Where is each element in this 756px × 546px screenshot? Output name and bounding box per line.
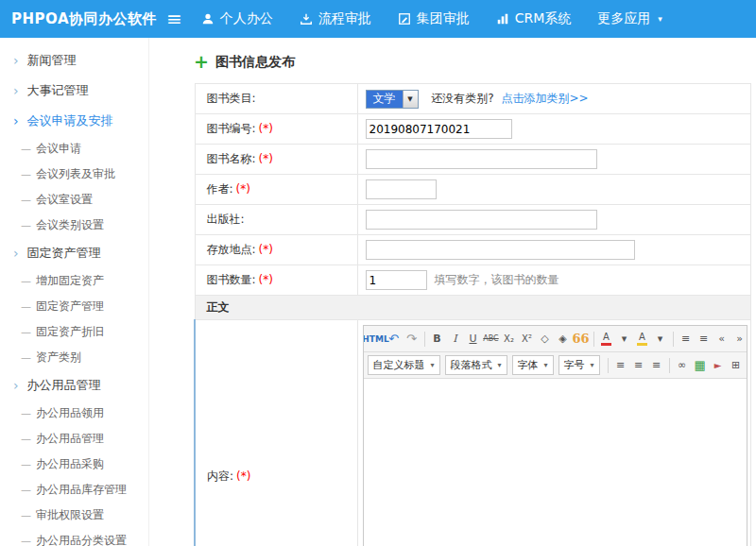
sidebar-item-meeting-apply[interactable]: —会议申请 (0, 136, 148, 162)
chevron-right-icon: › (13, 379, 19, 392)
sidebar-item-supplies-inventory[interactable]: —办公用品库存管理 (0, 477, 148, 503)
sidebar-item-add-fixed-asset[interactable]: —增加固定资产 (0, 268, 148, 294)
add-category-link[interactable]: 点击添加类别>> (502, 92, 589, 105)
author-input[interactable] (366, 179, 437, 199)
table-icon[interactable]: ⊞ (728, 356, 745, 375)
format-brush-icon[interactable]: ◈ (555, 330, 572, 349)
sidebar-item-supplies-requisition[interactable]: —办公用品领用 (0, 401, 148, 426)
outdent-icon[interactable]: « (713, 330, 730, 349)
editor-toolbar-row2: 自定义标题▾ 段落格式▾ 字体▾ 字号▾ ≡ ≡ ≡ ∞ ▦ ► (364, 352, 747, 379)
form-row-content: 内容:(*) HTML ↶ ↷ B I U ABC X₂ (195, 320, 751, 546)
sidebar-item-supplies-category[interactable]: —办公用品分类设置 (0, 528, 148, 546)
hilite-color-icon[interactable]: A (634, 330, 651, 349)
sidebar-item-fixed-asset-manage[interactable]: —固定资产管理 (0, 294, 148, 319)
unordered-list-icon[interactable]: ≡ (678, 330, 695, 349)
hilite-color-caret-icon[interactable]: ▾ (652, 330, 669, 349)
publisher-input[interactable] (366, 210, 597, 230)
dropdown-label: 自定义标题 (373, 358, 425, 372)
hamburger-menu-icon[interactable]: ≡ (166, 9, 182, 28)
sidebar-item-supplies-purchase[interactable]: —办公用品采购 (0, 452, 148, 477)
font-family-dropdown[interactable]: 字体▾ (512, 355, 554, 375)
sidebar-item-approval-permission[interactable]: —审批权限设置 (0, 503, 148, 528)
dash-prefix: — (21, 351, 31, 364)
field-label: 图书类目: (207, 92, 256, 105)
paragraph-format-dropdown[interactable]: 段落格式▾ (445, 355, 507, 375)
italic-icon[interactable]: I (447, 330, 464, 349)
html-source-icon[interactable]: HTML (368, 330, 385, 349)
field-label: 内容: (207, 469, 233, 483)
book-no-input[interactable] (366, 119, 512, 139)
dash-prefix: — (21, 535, 31, 546)
align-left-icon[interactable]: ≡ (612, 356, 629, 375)
sidebar-item-fixed-asset-depreciation[interactable]: —固定资产折旧 (0, 319, 148, 345)
nav-personal-office[interactable]: 个人办公 (201, 10, 273, 27)
topbar: PHPOA协同办公软件 ≡ 个人办公 流程审批 集团审批 CRM系统 (0, 0, 756, 38)
quantity-hint: 填写数字，该图书的数量 (435, 273, 559, 286)
toolbar-separator (673, 332, 674, 347)
dash-prefix: — (21, 143, 31, 155)
font-size-dropdown[interactable]: 字号▾ (558, 355, 600, 375)
undo-icon[interactable]: ↶ (386, 330, 403, 349)
align-right-icon[interactable]: ≡ (648, 356, 665, 375)
dash-prefix: — (21, 194, 31, 206)
strikethrough-icon[interactable]: ABC (483, 330, 500, 349)
redo-icon[interactable]: ↷ (404, 330, 421, 349)
remove-format-icon[interactable]: ◇ (537, 330, 554, 349)
nav-label: CRM系统 (515, 10, 572, 27)
sidebar-group-label: 办公用品管理 (27, 377, 101, 394)
sidebar-group-label: 新闻管理 (27, 52, 77, 69)
image-icon[interactable]: ▦ (692, 356, 709, 375)
sidebar-group-fixed-assets[interactable]: › 固定资产管理 (0, 238, 148, 268)
sidebar-item-asset-category[interactable]: —资产类别 (0, 345, 148, 370)
required-marker: (*) (259, 243, 273, 256)
font-color-caret-icon[interactable]: ▾ (616, 330, 633, 349)
location-input[interactable] (366, 240, 635, 260)
page-title-text: 图书信息发布 (215, 54, 295, 71)
form-row-book-no: 图书编号:(*) (195, 114, 751, 145)
custom-title-dropdown[interactable]: 自定义标题▾ (368, 355, 440, 375)
emoticon-icon[interactable]: ☺ (746, 356, 747, 375)
blockquote-icon[interactable]: 66 (573, 330, 590, 349)
form-row-category: 图书类目: 文学 ▼ 还没有类别? 点击添加类别>> (195, 84, 751, 114)
sidebar-group-meetings[interactable]: › 会议申请及安排 (0, 106, 148, 136)
bold-icon[interactable]: B (429, 330, 446, 349)
nav-crm-system[interactable]: CRM系统 (496, 10, 572, 27)
sidebar-item-meeting-list-approval[interactable]: —会议列表及审批 (0, 162, 148, 187)
media-icon[interactable]: ► (710, 356, 727, 375)
sidebar-item-label: 固定资产管理 (36, 299, 104, 313)
superscript-icon[interactable]: X² (519, 330, 536, 349)
field-label: 图书数量: (207, 273, 256, 286)
field-label: 作者: (207, 182, 233, 196)
link-icon[interactable]: ∞ (674, 356, 691, 375)
sidebar-group-memorabilia[interactable]: › 大事记管理 (0, 76, 148, 106)
form-row-location: 存放地点:(*) (195, 235, 751, 265)
book-name-input[interactable] (366, 149, 597, 169)
sidebar-item-supplies-manage[interactable]: —办公用品管理 (0, 426, 148, 452)
dash-prefix: — (21, 300, 31, 313)
sidebar-group-news[interactable]: › 新闻管理 (0, 45, 148, 76)
quantity-input[interactable] (366, 270, 427, 290)
underline-icon[interactable]: U (465, 330, 482, 349)
sidebar-item-meeting-category-settings[interactable]: —会议类别设置 (0, 213, 148, 238)
chevron-right-icon: › (13, 54, 19, 67)
edit-square-icon (398, 12, 411, 26)
sidebar-group-office-supplies[interactable]: › 办公用品管理 (0, 370, 148, 401)
dropdown-label: 段落格式 (451, 358, 492, 372)
caret-down-icon: ▾ (431, 361, 435, 369)
editor-content-area[interactable] (364, 379, 747, 546)
indent-icon[interactable]: » (731, 330, 747, 349)
subscript-icon[interactable]: X₂ (501, 330, 518, 349)
sidebar-item-meeting-room-settings[interactable]: —会议室设置 (0, 187, 148, 213)
required-marker: (*) (236, 182, 250, 196)
nav-process-approval[interactable]: 流程审批 (300, 10, 371, 27)
nav-more-apps[interactable]: 更多应用 ▾ (597, 10, 662, 27)
nav-group-approval[interactable]: 集团审批 (398, 10, 470, 27)
chevron-right-icon: › (13, 114, 19, 128)
app-logo: PHPOA协同办公软件 (0, 10, 159, 28)
category-select[interactable]: 文学 ▼ (366, 90, 419, 109)
ordered-list-icon[interactable]: ≡ (696, 330, 713, 349)
dash-prefix: — (21, 407, 31, 419)
font-color-icon[interactable]: A (598, 330, 615, 349)
align-center-icon[interactable]: ≡ (630, 356, 647, 375)
sidebar-item-label: 办公用品管理 (36, 432, 104, 445)
